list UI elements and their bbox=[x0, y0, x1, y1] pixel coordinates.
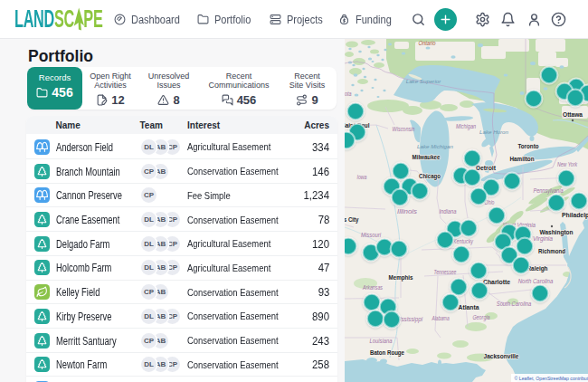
svg-text:Washington: Washington bbox=[540, 228, 574, 236]
svg-text:Ottawa: Ottawa bbox=[563, 110, 583, 119]
svg-text:Lake Huron: Lake Huron bbox=[479, 129, 509, 135]
svg-text:© Leaflet, OpenStreetMap contr: © Leaflet, OpenStreetMap contributors bbox=[515, 376, 588, 381]
svg-text:Georgia: Georgia bbox=[472, 314, 490, 321]
svg-text:Michigan: Michigan bbox=[456, 123, 476, 130]
svg-text:South Carolina: South Carolina bbox=[497, 301, 532, 307]
svg-text:Philadelphia: Philadelphia bbox=[562, 211, 588, 219]
svg-text:Illinois: Illinois bbox=[397, 208, 418, 215]
svg-text:Jacksonville: Jacksonville bbox=[484, 352, 519, 360]
svg-text:Kentucky: Kentucky bbox=[453, 238, 474, 245]
svg-text:Milwaukee: Milwaukee bbox=[413, 153, 441, 161]
svg-text:Ontario: Ontario bbox=[418, 40, 436, 46]
svg-text:Arkansas: Arkansas bbox=[362, 284, 384, 291]
svg-text:Memphis: Memphis bbox=[389, 273, 413, 282]
svg-text:Pennsylvania: Pennsylvania bbox=[534, 187, 564, 195]
svg-text:Tennessee: Tennessee bbox=[434, 269, 457, 275]
svg-text:Louisiana: Louisiana bbox=[370, 338, 393, 344]
svg-text:Kansas City: Kansas City bbox=[345, 215, 359, 224]
svg-text:Toronto: Toronto bbox=[518, 142, 539, 150]
svg-text:New York: New York bbox=[557, 161, 578, 167]
svg-text:Lake Michigan: Lake Michigan bbox=[417, 143, 453, 149]
svg-text:Detroit: Detroit bbox=[476, 164, 496, 172]
svg-text:Missouri: Missouri bbox=[361, 232, 382, 238]
svg-text:Charlotte: Charlotte bbox=[483, 278, 510, 286]
svg-text:Hamilton: Hamilton bbox=[510, 155, 535, 163]
svg-text:Richmond: Richmond bbox=[538, 247, 565, 255]
svg-text:Chicago: Chicago bbox=[419, 172, 441, 180]
svg-text:Minnesota: Minnesota bbox=[345, 91, 352, 97]
svg-text:Atlanta: Atlanta bbox=[459, 303, 480, 311]
svg-text:North Carolina: North Carolina bbox=[518, 278, 554, 284]
svg-text:Wisconsin: Wisconsin bbox=[393, 126, 415, 132]
svg-text:Virginia: Virginia bbox=[533, 235, 554, 243]
svg-text:Lake Superior: Lake Superior bbox=[406, 78, 441, 84]
svg-text:Alabama: Alabama bbox=[432, 315, 450, 321]
svg-text:Baton Rouge: Baton Rouge bbox=[370, 349, 404, 357]
svg-text:Indiana: Indiana bbox=[439, 208, 457, 215]
svg-text:Iowa: Iowa bbox=[357, 174, 367, 180]
